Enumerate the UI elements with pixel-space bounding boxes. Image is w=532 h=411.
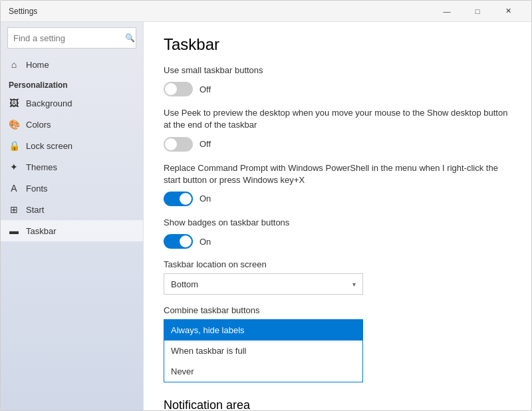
small-buttons-toggle[interactable] xyxy=(164,82,193,96)
location-label: Taskbar location on screen xyxy=(164,259,511,269)
sidebar-item-label: Taskbar xyxy=(26,226,57,236)
combine-option-when-full[interactable]: When taskbar is full xyxy=(164,341,362,361)
sidebar-item-label: Home xyxy=(26,60,49,70)
search-icon: 🔍 xyxy=(125,33,135,43)
main-layout: 🔍 ⌂ Home Personalization 🖼 Background 🎨 … xyxy=(1,22,531,410)
lock-icon: 🔒 xyxy=(9,140,19,151)
powershell-toggle[interactable] xyxy=(164,192,193,206)
fonts-icon: A xyxy=(9,183,19,194)
sidebar-item-label: Lock screen xyxy=(26,141,72,151)
badges-toggle-row: On xyxy=(164,234,511,249)
combine-dropdown: Always, hide labels When taskbar is full… xyxy=(164,319,363,382)
powershell-label: On xyxy=(200,194,211,204)
sidebar-item-taskbar[interactable]: ▬ Taskbar xyxy=(1,220,143,241)
combine-option-always[interactable]: Always, hide labels xyxy=(164,320,362,341)
small-buttons-desc: Use small taskbar buttons xyxy=(164,65,511,76)
sidebar-item-colors[interactable]: 🎨 Colors xyxy=(1,114,143,135)
badges-toggle[interactable] xyxy=(164,234,193,249)
colors-icon: 🎨 xyxy=(9,119,19,130)
home-icon: ⌂ xyxy=(9,59,19,70)
sidebar-item-label: Fonts xyxy=(26,184,48,194)
window-title: Settings xyxy=(9,7,432,16)
titlebar: Settings — □ ✕ xyxy=(1,1,531,22)
sidebar: 🔍 ⌂ Home Personalization 🖼 Background 🎨 … xyxy=(1,22,144,410)
sidebar-item-label: Start xyxy=(26,205,44,215)
taskbar-icon: ▬ xyxy=(9,225,19,236)
badges-desc: Show badges on taskbar buttons xyxy=(164,217,511,229)
powershell-desc: Replace Command Prompt with Windows Powe… xyxy=(164,162,511,186)
settings-window: Settings — □ ✕ 🔍 ⌂ Home Personalization … xyxy=(0,0,532,411)
sidebar-item-label: Themes xyxy=(26,162,57,172)
location-dropdown[interactable]: Bottom ▾ xyxy=(164,273,363,295)
sidebar-item-themes[interactable]: ✦ Themes xyxy=(1,156,143,178)
combine-label: Combine taskbar buttons xyxy=(164,305,511,315)
powershell-toggle-row: On xyxy=(164,192,511,206)
minimize-button[interactable]: — xyxy=(432,1,462,22)
close-button[interactable]: ✕ xyxy=(493,1,523,22)
peek-desc: Use Peek to preview the desktop when you… xyxy=(164,107,511,131)
badges-label: On xyxy=(200,237,211,247)
background-icon: 🖼 xyxy=(9,98,19,108)
sidebar-item-lock-screen[interactable]: 🔒 Lock screen xyxy=(1,135,143,156)
sidebar-item-background[interactable]: 🖼 Background xyxy=(1,92,143,114)
peek-toggle[interactable] xyxy=(164,137,193,152)
location-value: Bottom xyxy=(171,279,198,289)
sidebar-item-label: Background xyxy=(26,98,72,108)
notification-area-header: Notification area xyxy=(164,393,511,410)
small-buttons-toggle-row: Off xyxy=(164,82,511,96)
sidebar-section: Personalization xyxy=(1,75,143,92)
page-title: Taskbar xyxy=(164,35,511,54)
window-controls: — □ ✕ xyxy=(432,1,523,22)
combine-option-never[interactable]: Never xyxy=(164,361,362,382)
sidebar-item-start[interactable]: ⊞ Start xyxy=(1,199,143,220)
sidebar-item-label: Colors xyxy=(26,120,51,130)
sidebar-item-home[interactable]: ⌂ Home xyxy=(1,54,143,75)
peek-label: Off xyxy=(200,139,211,149)
small-buttons-label: Off xyxy=(200,84,211,94)
start-icon: ⊞ xyxy=(9,204,19,215)
themes-icon: ✦ xyxy=(9,162,19,172)
search-input[interactable] xyxy=(13,33,125,43)
search-box[interactable]: 🔍 xyxy=(7,27,136,49)
dropdown-arrow-icon: ▾ xyxy=(352,281,356,288)
sidebar-item-fonts[interactable]: A Fonts xyxy=(1,178,143,199)
maximize-button[interactable]: □ xyxy=(462,1,493,22)
content-area: Taskbar Use small taskbar buttons Off Us… xyxy=(144,22,531,410)
peek-toggle-row: Off xyxy=(164,137,511,152)
